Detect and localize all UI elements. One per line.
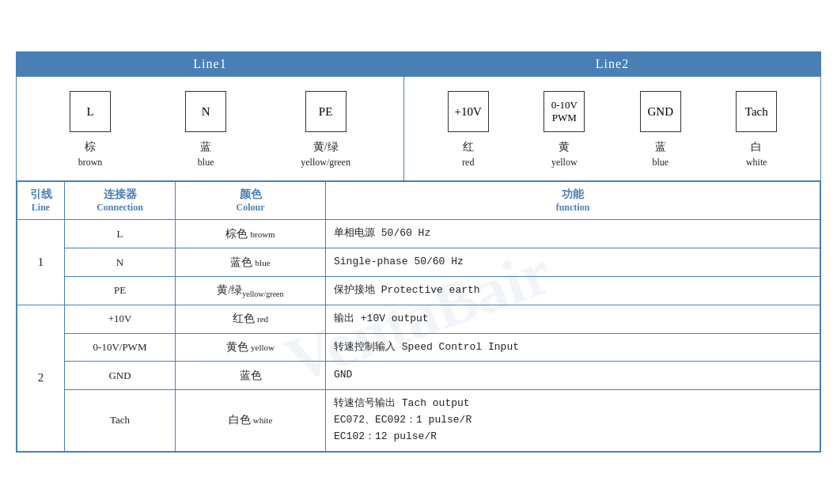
connector-box-PWM: 0-10VPWM — [543, 91, 585, 132]
color-N: 蓝色 blue — [176, 248, 326, 277]
table-row: N 蓝色 blue Single-phase 50/60 Hz — [17, 248, 820, 277]
connector-box-L: L — [70, 91, 111, 132]
main-container: Line1 Line2 L 棕 brown N 蓝 blue — [16, 51, 821, 452]
color-L: 棕色 browm — [176, 220, 326, 248]
diagram-row: L 棕 brown N 蓝 blue PE 黄/绿 yellow/gree — [17, 77, 820, 181]
connector-label-L: 棕 brown — [78, 138, 103, 169]
header-row: Line1 Line2 — [17, 52, 820, 77]
conn-PE: PE — [65, 277, 176, 305]
table-wrapper: VentaBair 引线 Line 连接器 Connection 颜色 Colo… — [17, 181, 820, 451]
color-PE: 黄/绿yellow/green — [176, 277, 326, 305]
connector-label-N: 蓝 blue — [198, 138, 214, 169]
func-N: Single-phase 50/60 Hz — [326, 248, 820, 277]
connector-label-PE: 黄/绿 yellow/green — [301, 138, 350, 169]
table-row: PE 黄/绿yellow/green 保护接地 Protective earth — [17, 277, 820, 305]
connector-box-GND: GND — [640, 91, 681, 132]
func-tach: 转速信号输出 Tach output EC072、EC092：1 pulse/R… — [326, 390, 820, 451]
func-pwm: 转速控制输入 Speed Control Input — [326, 333, 820, 362]
conn-gnd: GND — [65, 362, 176, 390]
header-line1: Line1 — [17, 52, 404, 76]
th-conn: 连接器 Connection — [65, 182, 176, 220]
connector-label-GND: 蓝 blue — [652, 138, 668, 169]
connector-box-PE: PE — [305, 91, 347, 132]
color-10V: 红色 red — [176, 305, 326, 333]
th-func: 功能 function — [326, 182, 820, 220]
table-row: 0-10V/PWM 黄色 yellow 转速控制输入 Speed Control… — [17, 333, 820, 362]
table-row: Tach 白色 white 转速信号输出 Tach output EC072、E… — [17, 390, 820, 451]
func-10V: 输出 +10V output — [326, 305, 820, 333]
line-number-1: 1 — [17, 220, 65, 305]
func-gnd: GND — [326, 362, 820, 390]
th-line: 引线 Line — [17, 182, 65, 220]
th-color: 颜色 Colour — [176, 182, 326, 220]
func-PE: 保护接地 Protective earth — [326, 277, 820, 305]
func-L: 单相电源 50/60 Hz — [326, 220, 820, 248]
line-number-2: 2 — [17, 305, 65, 451]
wiring-table: 引线 Line 连接器 Connection 颜色 Colour 功能 func… — [17, 181, 820, 451]
connector-box-N: N — [185, 91, 226, 132]
table-row: 2 +10V 红色 red 输出 +10V output — [17, 305, 820, 333]
connector-label-PWM: 黄 yellow — [551, 138, 578, 169]
connector-label-Tach: 白 white — [746, 138, 767, 169]
conn-N: N — [65, 248, 176, 277]
connector-PWM: 0-10VPWM 黄 yellow — [543, 91, 585, 169]
color-pwm: 黄色 yellow — [176, 333, 326, 362]
connector-10V: +10V 红 red — [448, 91, 489, 169]
color-gnd: 蓝色 — [176, 362, 326, 390]
conn-L: L — [65, 220, 176, 248]
connector-box-Tach: Tach — [736, 91, 777, 132]
connector-label-10V: 红 red — [462, 138, 474, 169]
diagram-line1: L 棕 brown N 蓝 blue PE 黄/绿 yellow/gree — [17, 77, 404, 180]
diagram-line2: +10V 红 red 0-10VPWM 黄 yellow GND 蓝 bl — [404, 77, 820, 180]
color-tach: 白色 white — [176, 390, 326, 451]
connector-L: L 棕 brown — [70, 91, 111, 169]
connector-PE: PE 黄/绿 yellow/green — [301, 91, 350, 169]
conn-10V: +10V — [65, 305, 176, 333]
table-row: 1 L 棕色 browm 单相电源 50/60 Hz — [17, 220, 820, 248]
conn-pwm: 0-10V/PWM — [65, 333, 176, 362]
connector-N: N 蓝 blue — [185, 91, 226, 169]
table-row: GND 蓝色 GND — [17, 362, 820, 390]
connector-Tach: Tach 白 white — [736, 91, 777, 169]
header-line2: Line2 — [404, 52, 820, 76]
connector-box-10V: +10V — [448, 91, 489, 132]
conn-tach: Tach — [65, 390, 176, 451]
connector-GND: GND 蓝 blue — [640, 91, 681, 169]
